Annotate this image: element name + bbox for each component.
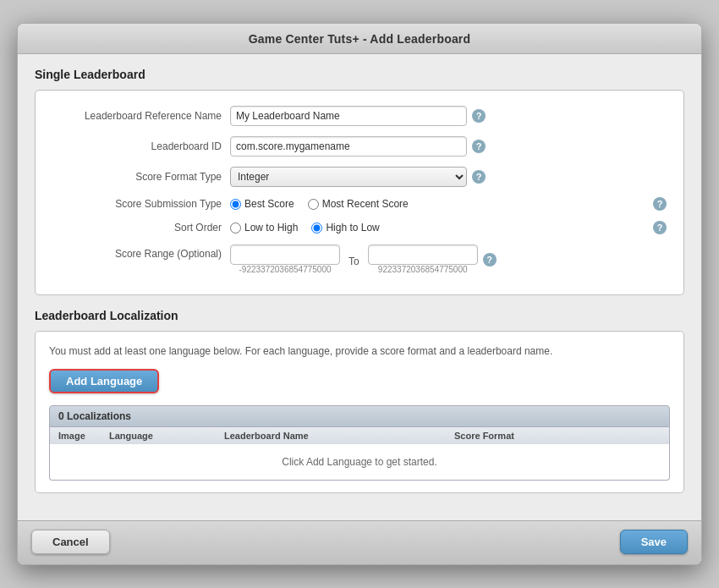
localization-title: Leaderboard Localization bbox=[35, 309, 684, 322]
score-format-control: Integer Fixed Point Elapsed Time ? bbox=[230, 167, 667, 187]
col-action-header bbox=[627, 431, 661, 441]
most-recent-label: Most Recent Score bbox=[322, 198, 409, 210]
sort-order-label: Sort Order bbox=[52, 222, 222, 234]
localization-description: You must add at least one language below… bbox=[49, 343, 670, 359]
low-to-high-option[interactable]: Low to High bbox=[230, 222, 298, 234]
col-language-header: Language bbox=[109, 431, 224, 441]
high-to-low-radio[interactable] bbox=[311, 223, 322, 234]
sort-order-row: Sort Order Low to High High to Low ? bbox=[52, 221, 667, 234]
best-score-option[interactable]: Best Score bbox=[230, 198, 294, 210]
score-range-inputs: -9223372036854775000 To 9223372036854775… bbox=[230, 245, 497, 274]
localization-card: You must add at least one language below… bbox=[35, 331, 684, 493]
single-leaderboard-title: Single Leaderboard bbox=[35, 68, 684, 81]
main-window: Game Center Tuts+ - Add Leaderboard Sing… bbox=[17, 23, 702, 565]
max-range-wrapper: 9223372036854775000 bbox=[368, 245, 478, 274]
score-range-row: Score Range (Optional) -9223372036854775… bbox=[52, 245, 667, 274]
reference-name-control: ? bbox=[230, 106, 667, 126]
score-range-help-icon[interactable]: ? bbox=[483, 253, 497, 267]
best-score-radio[interactable] bbox=[230, 199, 241, 210]
sort-order-radio-group: Low to High High to Low bbox=[230, 222, 648, 234]
score-range-label: Score Range (Optional) bbox=[52, 245, 222, 260]
score-format-help-icon[interactable]: ? bbox=[472, 170, 486, 184]
reference-name-help-icon[interactable]: ? bbox=[472, 109, 486, 123]
add-language-button[interactable]: Add Language bbox=[49, 369, 159, 393]
most-recent-option[interactable]: Most Recent Score bbox=[308, 198, 409, 210]
save-button[interactable]: Save bbox=[620, 530, 688, 554]
score-range-min-input[interactable] bbox=[230, 245, 340, 265]
low-to-high-radio[interactable] bbox=[230, 223, 241, 234]
title-bar: Game Center Tuts+ - Add Leaderboard bbox=[18, 24, 701, 54]
col-image-header: Image bbox=[58, 431, 109, 441]
score-submission-radio-group: Best Score Most Recent Score bbox=[230, 198, 648, 210]
most-recent-radio[interactable] bbox=[308, 199, 319, 210]
cancel-button[interactable]: Cancel bbox=[31, 530, 110, 554]
table-body: Click Add Language to get started. bbox=[49, 444, 670, 481]
reference-name-input[interactable] bbox=[230, 106, 467, 126]
sort-order-control: Low to High High to Low ? bbox=[230, 221, 667, 234]
score-submission-control: Best Score Most Recent Score ? bbox=[230, 197, 667, 211]
to-label: To bbox=[349, 252, 360, 267]
score-format-label: Score Format Type bbox=[52, 171, 222, 183]
score-range-max-input[interactable] bbox=[368, 245, 478, 265]
high-to-low-option[interactable]: High to Low bbox=[311, 222, 379, 234]
window-title: Game Center Tuts+ - Add Leaderboard bbox=[249, 32, 471, 46]
reference-name-label: Leaderboard Reference Name bbox=[52, 110, 222, 122]
footer: Cancel Save bbox=[18, 520, 701, 564]
col-score-header: Score Format bbox=[454, 431, 627, 441]
high-to-low-label: High to Low bbox=[326, 222, 379, 234]
content-area: Single Leaderboard Leaderboard Reference… bbox=[18, 54, 701, 520]
leaderboard-id-control: ? bbox=[230, 136, 667, 157]
range-min-hint: -9223372036854775000 bbox=[239, 265, 332, 274]
localizations-count-header: 0 Localizations bbox=[49, 405, 670, 427]
leaderboard-id-row: Leaderboard ID ? bbox=[52, 136, 667, 157]
leaderboard-id-help-icon[interactable]: ? bbox=[472, 140, 486, 153]
score-submission-help-icon[interactable]: ? bbox=[653, 197, 667, 211]
empty-message: Click Add Language to get started. bbox=[270, 444, 448, 480]
leaderboard-id-input[interactable] bbox=[230, 136, 467, 157]
best-score-label: Best Score bbox=[244, 198, 294, 210]
score-format-row: Score Format Type Integer Fixed Point El… bbox=[52, 167, 667, 187]
reference-name-row: Leaderboard Reference Name ? bbox=[52, 106, 667, 126]
col-name-header: Leaderboard Name bbox=[224, 431, 454, 441]
single-leaderboard-card: Leaderboard Reference Name ? Leaderboard… bbox=[35, 90, 684, 295]
score-submission-label: Score Submission Type bbox=[52, 198, 222, 210]
sort-order-help-icon[interactable]: ? bbox=[653, 221, 667, 234]
range-max-hint: 9223372036854775000 bbox=[378, 265, 468, 274]
min-range-wrapper: -9223372036854775000 bbox=[230, 245, 340, 274]
score-submission-row: Score Submission Type Best Score Most Re… bbox=[52, 197, 667, 211]
low-to-high-label: Low to High bbox=[244, 222, 298, 234]
table-header: Image Language Leaderboard Name Score Fo… bbox=[49, 427, 670, 444]
leaderboard-id-label: Leaderboard ID bbox=[52, 140, 222, 152]
score-format-select[interactable]: Integer Fixed Point Elapsed Time bbox=[230, 167, 467, 187]
